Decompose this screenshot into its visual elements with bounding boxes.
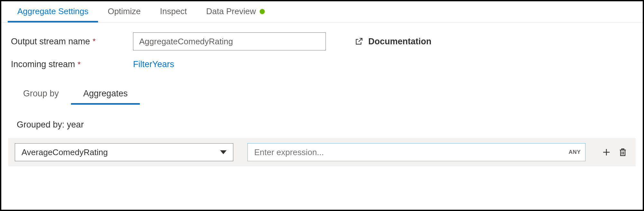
incoming-stream-label: Incoming stream * (11, 59, 133, 69)
open-external-icon (355, 37, 363, 46)
chevron-down-icon (220, 150, 227, 154)
tab-inspect[interactable]: Inspect (150, 1, 197, 22)
documentation-link[interactable]: Documentation (355, 37, 432, 47)
delete-button[interactable] (618, 148, 627, 157)
status-dot-icon (260, 9, 265, 14)
sub-tabs: Group by Aggregates (1, 82, 643, 105)
documentation-label: Documentation (368, 37, 432, 47)
tab-optimize[interactable]: Optimize (98, 1, 150, 22)
tab-data-preview[interactable]: Data Preview (197, 1, 275, 22)
required-asterisk-icon: * (93, 37, 95, 46)
incoming-stream-label-text: Incoming stream (11, 59, 75, 69)
subtab-group-by[interactable]: Group by (11, 85, 71, 105)
tab-data-preview-label: Data Preview (206, 6, 256, 16)
required-asterisk-icon: * (78, 60, 81, 69)
add-button[interactable] (602, 147, 611, 157)
incoming-stream-row: Incoming stream * FilterYears (11, 59, 633, 69)
form-area: Output stream name * Documentation Incom… (1, 23, 643, 82)
expression-input-wrap[interactable]: ANY (247, 143, 586, 161)
tab-aggregate-settings[interactable]: Aggregate Settings (8, 1, 98, 22)
grouped-by-text: Grouped by: year (1, 105, 643, 138)
incoming-stream-link[interactable]: FilterYears (133, 59, 174, 69)
main-tabs: Aggregate Settings Optimize Inspect Data… (1, 1, 643, 23)
subtab-aggregates[interactable]: Aggregates (71, 85, 140, 105)
column-select[interactable]: AverageComedyRating (15, 143, 233, 161)
output-stream-label: Output stream name * (11, 37, 133, 47)
expression-input[interactable] (254, 147, 569, 157)
output-stream-row: Output stream name * Documentation (11, 32, 633, 50)
type-badge: ANY (569, 149, 581, 155)
output-stream-input[interactable] (133, 32, 326, 50)
aggregate-row: AverageComedyRating ANY (8, 138, 636, 166)
output-stream-label-text: Output stream name (11, 37, 90, 47)
column-select-value: AverageComedyRating (22, 147, 108, 157)
row-actions (600, 147, 629, 157)
